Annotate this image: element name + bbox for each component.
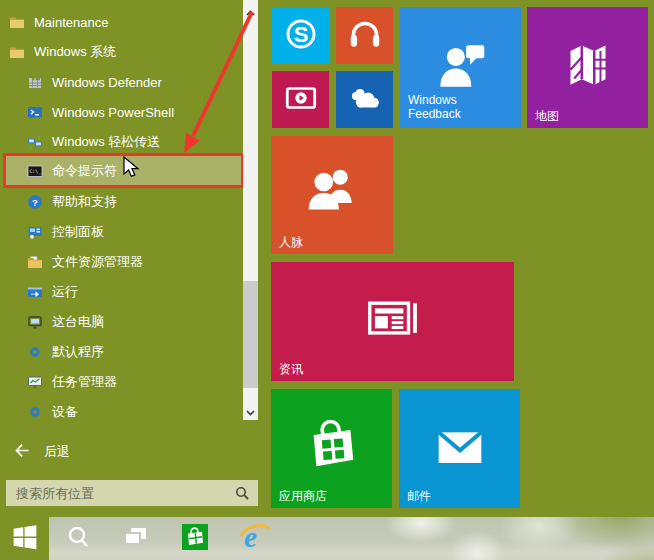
list-item-label: 文件资源管理器 xyxy=(52,253,143,271)
internet-explorer-button[interactable]: e xyxy=(235,517,275,560)
search-icon xyxy=(66,524,92,554)
list-item-windows-system[interactable]: Windows 系统 xyxy=(0,37,243,67)
taskbar-surface: e xyxy=(49,517,654,560)
two-people-icon xyxy=(299,160,365,230)
list-item-label: Windows PowerShell xyxy=(52,105,174,120)
start-menu-screen: Maintenance Windows 系统 Windows Defender … xyxy=(0,0,654,560)
tile-music[interactable] xyxy=(336,7,393,64)
list-item-label: Windows 系统 xyxy=(34,43,116,61)
list-item-label: 控制面板 xyxy=(52,223,104,241)
taskbar-store-button[interactable] xyxy=(175,517,215,560)
list-item-label: Windows Defender xyxy=(52,75,162,90)
tile-label: 资讯 xyxy=(279,362,303,376)
tile-mail[interactable]: 邮件 xyxy=(399,389,520,508)
powershell-icon xyxy=(27,104,43,120)
list-item-task-manager[interactable]: 任务管理器 xyxy=(0,367,243,397)
back-label: 后退 xyxy=(44,443,70,461)
list-item-windows-powershell[interactable]: Windows PowerShell xyxy=(0,97,243,127)
list-item-windows-defender[interactable]: Windows Defender xyxy=(0,67,243,97)
task-view-button[interactable] xyxy=(115,517,155,560)
tile-video[interactable] xyxy=(272,71,329,128)
tile-label: Windows Feedback xyxy=(408,93,478,121)
windows-logo-icon xyxy=(11,523,39,555)
folder-icon xyxy=(9,44,25,60)
list-item-file-explorer[interactable]: 文件资源管理器 xyxy=(0,247,243,277)
list-item-help-support[interactable]: ? 帮助和支持 xyxy=(0,187,243,217)
back-arrow-icon xyxy=(14,442,31,462)
scrollbar[interactable] xyxy=(243,0,258,420)
list-item-label: 命令提示符 xyxy=(52,162,117,180)
search-icon xyxy=(234,485,250,505)
tile-maps[interactable]: 地图 xyxy=(527,7,648,128)
easy-transfer-icon xyxy=(27,134,43,150)
list-item-label: 设备 xyxy=(52,403,78,421)
search-input[interactable] xyxy=(6,480,258,506)
tile-news[interactable]: 资讯 xyxy=(271,262,514,381)
headphones-icon xyxy=(346,15,384,57)
tile-onedrive[interactable] xyxy=(336,71,393,128)
file-explorer-icon xyxy=(27,254,43,270)
tile-store[interactable]: 应用商店 xyxy=(271,389,392,508)
clouds-icon xyxy=(345,78,385,122)
svg-text:S: S xyxy=(293,22,308,47)
gear-icon xyxy=(27,344,43,360)
list-item-label: 帮助和支持 xyxy=(52,193,117,211)
list-item-label: 运行 xyxy=(52,283,78,301)
shopping-bag-icon xyxy=(298,413,366,485)
help-question-icon: ? xyxy=(27,194,43,210)
list-item-default-programs[interactable]: 默认程序 xyxy=(0,337,243,367)
list-item-devices[interactable]: 设备 xyxy=(0,397,243,427)
command-prompt-icon: C:\_ xyxy=(27,163,43,179)
newspaper-icon xyxy=(362,289,424,355)
video-player-icon xyxy=(282,79,320,121)
skype-s-icon: S xyxy=(282,15,320,57)
search-box xyxy=(6,480,258,506)
tile-skype[interactable]: S xyxy=(272,7,329,64)
list-item-this-pc[interactable]: 这台电脑 xyxy=(0,307,243,337)
this-pc-icon xyxy=(27,314,43,330)
store-bag-icon xyxy=(182,524,208,554)
scrollbar-thumb[interactable] xyxy=(243,281,258,388)
list-item-label: 默认程序 xyxy=(52,343,104,361)
folder-icon xyxy=(9,14,25,30)
list-item-label: Maintenance xyxy=(34,15,108,30)
list-item-maintenance[interactable]: Maintenance xyxy=(0,7,243,37)
scroll-up-arrow-icon[interactable] xyxy=(245,5,256,16)
start-button[interactable] xyxy=(0,517,49,560)
defender-fort-icon xyxy=(27,74,43,90)
task-manager-icon xyxy=(27,374,43,390)
gear-icon xyxy=(27,404,43,420)
list-item-label: 任务管理器 xyxy=(52,373,117,391)
run-window-icon xyxy=(27,284,43,300)
taskbar-search-button[interactable] xyxy=(59,517,99,560)
svg-text:?: ? xyxy=(32,197,38,208)
list-item-command-prompt[interactable]: C:\_ 命令提示符 xyxy=(3,153,244,188)
task-view-icon xyxy=(122,524,149,553)
control-panel-icon xyxy=(27,224,43,240)
back-button[interactable]: 后退 xyxy=(0,438,243,466)
list-item-label: Windows 轻松传送 xyxy=(52,133,160,151)
tile-people[interactable]: 人脉 xyxy=(271,136,393,254)
person-chat-icon xyxy=(430,35,492,101)
list-item-control-panel[interactable]: 控制面板 xyxy=(0,217,243,247)
tile-label: 人脉 xyxy=(279,235,303,249)
list-item-label: 这台电脑 xyxy=(52,313,104,331)
tile-label: 邮件 xyxy=(407,489,431,503)
envelope-icon xyxy=(428,415,492,483)
taskbar: e xyxy=(0,517,654,560)
scroll-down-arrow-icon[interactable] xyxy=(245,404,256,415)
tile-label: 地图 xyxy=(535,109,559,123)
folded-map-icon xyxy=(558,36,618,100)
tile-label: 应用商店 xyxy=(279,489,327,503)
list-item-run[interactable]: 运行 xyxy=(0,277,243,307)
tile-windows-feedback[interactable]: Windows Feedback xyxy=(400,7,521,128)
ie-icon: e xyxy=(238,520,272,558)
